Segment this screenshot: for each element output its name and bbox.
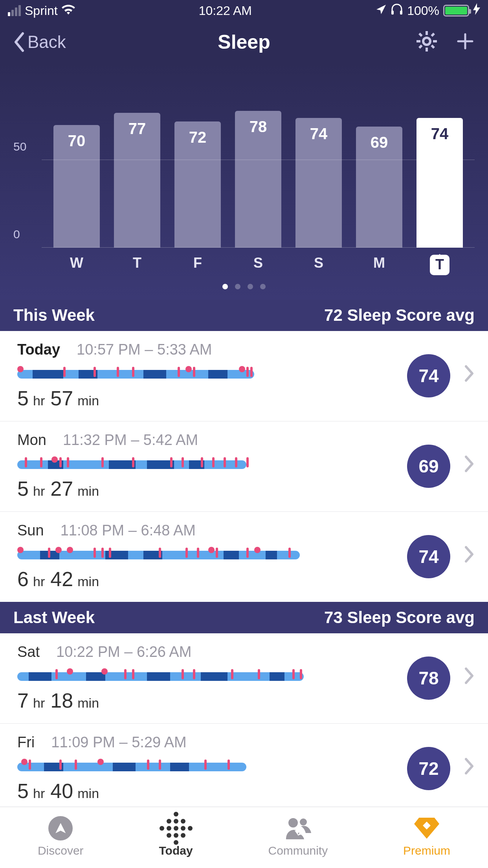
- clock-label: 10:22 AM: [199, 4, 252, 18]
- chart-bar[interactable]: 77: [114, 113, 160, 248]
- sleep-score-badge: 78: [407, 657, 450, 700]
- sleep-row[interactable]: Sun11:08 PM – 6:48 AM6 hr42 min74: [0, 512, 488, 602]
- gear-icon: [416, 31, 437, 51]
- pager-dot[interactable]: [235, 284, 240, 289]
- row-time-label: 11:32 PM – 5:42 AM: [63, 432, 198, 449]
- hypnogram: [17, 367, 399, 380]
- sleep-score-badge: 72: [407, 747, 450, 790]
- chevron-right-icon: [464, 546, 475, 567]
- hypnogram: [17, 760, 399, 773]
- chart-y-axis: 050: [13, 72, 38, 248]
- weekly-sleep-chart[interactable]: 050 70777278746974 WTFSSMT: [0, 63, 488, 300]
- row-duration: 5 hr57 min: [17, 386, 399, 410]
- chart-plot: 70777278746974: [42, 72, 475, 248]
- chart-bar[interactable]: 70: [53, 125, 100, 248]
- wifi-icon: [62, 4, 75, 18]
- community-icon: [282, 816, 314, 841]
- svg-point-11: [288, 818, 298, 828]
- row-duration: 7 hr18 min: [17, 689, 399, 712]
- tab-community[interactable]: Community: [268, 816, 328, 857]
- svg-rect-10: [418, 44, 423, 49]
- pager-dot[interactable]: [248, 284, 253, 289]
- sleep-score-badge: 74: [407, 535, 450, 578]
- hypnogram: [17, 548, 399, 561]
- chart-x-axis: WTFSSMT: [42, 251, 475, 277]
- charging-icon: [473, 3, 480, 18]
- sleep-row[interactable]: Today10:57 PM – 5:33 AM5 hr57 min74: [0, 331, 488, 421]
- svg-rect-4: [426, 48, 428, 51]
- x-tick-label[interactable]: M: [356, 255, 402, 275]
- compass-icon: [48, 816, 73, 840]
- row-day-label: Sat: [17, 644, 40, 660]
- pager-dot[interactable]: [260, 284, 266, 289]
- section-summary: 73 Sleep Score avg: [324, 608, 475, 627]
- tab-today[interactable]: Today: [159, 816, 193, 857]
- row-day-label: Fri: [17, 734, 35, 751]
- tab-label: Premium: [403, 844, 450, 857]
- tab-premium[interactable]: Premium: [403, 816, 450, 857]
- headphones-icon: [391, 3, 403, 18]
- row-time-label: 10:57 PM – 5:33 AM: [77, 341, 212, 358]
- sleep-row[interactable]: Sat10:22 PM – 6:26 AM7 hr18 min78: [0, 633, 488, 724]
- sleep-row[interactable]: Fri11:09 PM – 5:29 AM5 hr40 min72: [0, 724, 488, 814]
- section-title: This Week: [13, 306, 95, 325]
- row-time-label: 11:08 PM – 6:48 AM: [61, 522, 196, 539]
- x-tick-label[interactable]: T: [114, 255, 160, 275]
- carrier-label: Sprint: [25, 4, 58, 18]
- x-tick-label[interactable]: W: [53, 255, 100, 275]
- row-time-label: 10:22 PM – 6:26 AM: [56, 644, 191, 660]
- back-button[interactable]: Back: [13, 32, 66, 52]
- row-duration: 5 hr27 min: [17, 477, 399, 500]
- chevron-right-icon: [464, 758, 475, 779]
- tab-label: Discover: [38, 844, 84, 857]
- chevron-right-icon: [464, 455, 475, 477]
- chevron-left-icon: [13, 32, 25, 52]
- y-tick-label: 0: [13, 228, 20, 241]
- svg-rect-7: [418, 33, 423, 37]
- x-tick-label[interactable]: S: [235, 255, 281, 275]
- chart-pager[interactable]: [13, 277, 475, 298]
- chart-bar[interactable]: 74: [295, 118, 342, 248]
- chart-bar[interactable]: 72: [174, 121, 221, 248]
- x-tick-label[interactable]: S: [295, 255, 342, 275]
- pager-dot[interactable]: [222, 284, 228, 289]
- diamond-icon: [414, 818, 439, 839]
- nav-bar: Back Sleep: [0, 21, 488, 63]
- row-day-label: Today: [17, 341, 60, 358]
- chart-bar[interactable]: 69: [356, 127, 402, 248]
- x-tick-label[interactable]: F: [174, 255, 221, 275]
- hypnogram: [17, 457, 399, 471]
- svg-point-12: [300, 818, 307, 826]
- row-duration: 6 hr42 min: [17, 567, 399, 591]
- svg-rect-0: [391, 11, 394, 15]
- sleep-row[interactable]: Mon11:32 PM – 5:42 AM5 hr27 min69: [0, 421, 488, 512]
- sleep-score-badge: 69: [407, 445, 450, 488]
- battery-icon: [443, 5, 469, 17]
- row-duration: 5 hr40 min: [17, 779, 399, 803]
- chevron-right-icon: [464, 667, 475, 689]
- section-header: Last Week73 Sleep Score avg: [0, 602, 488, 633]
- tab-label: Community: [268, 844, 328, 857]
- chart-bar[interactable]: 78: [235, 111, 281, 248]
- section-title: Last Week: [13, 608, 95, 627]
- row-time-label: 11:09 PM – 5:29 AM: [51, 734, 186, 751]
- svg-rect-9: [431, 33, 435, 37]
- signal-icon: [8, 5, 21, 16]
- add-button[interactable]: [456, 32, 475, 52]
- tab-label: Today: [159, 844, 193, 857]
- svg-rect-8: [431, 44, 435, 49]
- tab-discover[interactable]: Discover: [38, 816, 84, 857]
- tab-bar: Discover Today Community Premium: [0, 807, 488, 868]
- back-label: Back: [28, 32, 66, 52]
- page-title: Sleep: [218, 31, 270, 53]
- chart-bar[interactable]: 74: [416, 118, 463, 248]
- settings-button[interactable]: [416, 31, 437, 53]
- fitbit-dots-icon: [160, 812, 193, 845]
- y-tick-label: 50: [13, 140, 26, 153]
- section-header: This Week72 Sleep Score avg: [0, 300, 488, 331]
- svg-rect-3: [426, 31, 428, 35]
- x-tick-label[interactable]: T: [416, 255, 463, 275]
- svg-point-2: [423, 38, 430, 45]
- svg-rect-6: [433, 40, 437, 42]
- battery-pct-label: 100%: [407, 4, 439, 18]
